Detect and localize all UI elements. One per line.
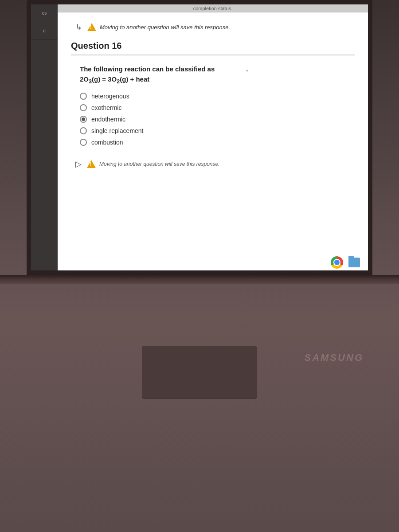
label-exothermic: exothermic: [91, 104, 121, 111]
question-text: The following reaction can be classified…: [80, 64, 355, 86]
sidebar-partial: es d: [31, 4, 58, 270]
warning-banner-bottom: ▷ Moving to another question will save t…: [71, 159, 355, 169]
question-body: The following reaction can be classified…: [71, 64, 355, 146]
completion-status-bar: completion status.: [58, 4, 368, 12]
label-combustion: combustion: [91, 139, 123, 146]
screen-bezel: es d completion status. ↳ Moving to anot…: [27, 0, 372, 275]
warning-triangle-top: [87, 23, 96, 31]
completion-status-text: completion status.: [193, 6, 233, 11]
warning-text-bottom: Moving to another question will save thi…: [99, 161, 219, 167]
browser-content: completion status. ↳ Moving to another q…: [58, 4, 368, 270]
question-equation: 2O3(g) = 3O2(g) + heat: [80, 75, 149, 83]
question-text-line1: The following reaction can be classified…: [80, 65, 248, 73]
chrome-icon[interactable]: [331, 256, 343, 269]
option-exothermic[interactable]: exothermic: [80, 104, 355, 111]
arrow-indent-bottom: ▷: [75, 159, 82, 169]
warning-text-top: Moving to another question will save thi…: [100, 24, 230, 31]
warning-triangle-bottom: [87, 160, 96, 168]
touchpad[interactable]: [142, 346, 257, 399]
screen-taskbar: [327, 254, 364, 270]
laptop-hinge: [0, 275, 399, 284]
files-icon[interactable]: [348, 258, 360, 267]
radio-single-replacement[interactable]: [80, 127, 87, 134]
option-endothermic[interactable]: endothermic: [80, 116, 355, 123]
option-heterogenous[interactable]: heterogenous: [80, 93, 355, 100]
label-single-replacement: single replacement: [91, 127, 144, 134]
sidebar-item-2[interactable]: d: [31, 22, 58, 40]
keyboard-section: ← → ↻ □ ▯▯ ◆ @ # $ % ^ &: [13, 284, 386, 532]
arrow-indent-top: ↳: [75, 22, 82, 32]
radio-combustion[interactable]: [80, 139, 87, 146]
warning-banner-top: ↳ Moving to another question will save t…: [71, 22, 355, 32]
option-combustion[interactable]: combustion: [80, 139, 355, 146]
label-endothermic: endothermic: [91, 116, 125, 123]
screen: es d completion status. ↳ Moving to anot…: [31, 4, 368, 270]
radio-endothermic[interactable]: [80, 116, 87, 123]
quiz-container: ↳ Moving to another question will save t…: [58, 13, 368, 270]
radio-heterogenous[interactable]: [80, 93, 87, 100]
radio-exothermic[interactable]: [80, 104, 87, 111]
sidebar-item-1[interactable]: es: [31, 4, 58, 22]
option-single-replacement[interactable]: single replacement: [80, 127, 355, 134]
label-heterogenous: heterogenous: [91, 93, 129, 100]
question-title: Question 16: [71, 41, 355, 55]
